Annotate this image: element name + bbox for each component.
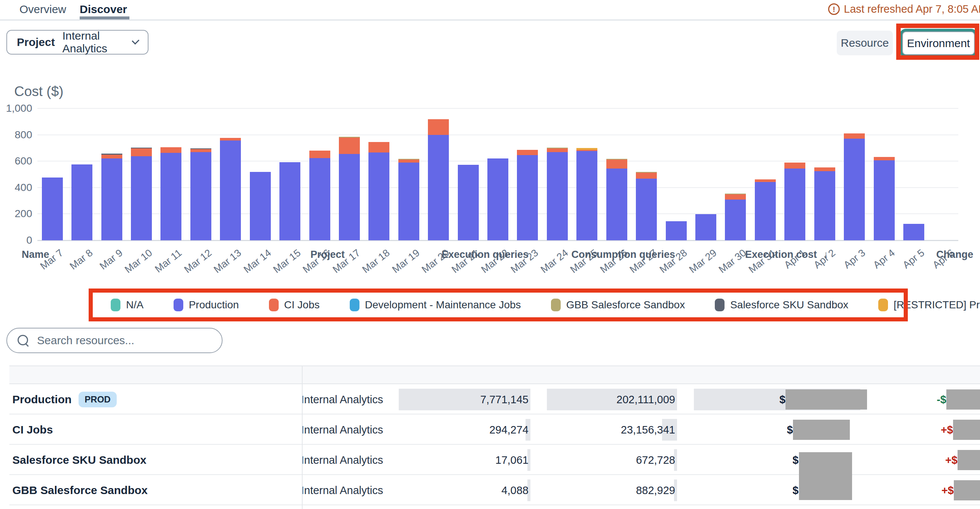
bar-segment (339, 154, 360, 240)
bar-segment (755, 182, 776, 240)
stacked-bar[interactable] (784, 163, 805, 240)
stacked-bar[interactable] (755, 179, 776, 240)
stacked-bar[interactable] (874, 157, 895, 240)
resource-name-cell[interactable]: GBB Salesforce Sandbox (12, 484, 148, 497)
project-select-label: Project (17, 36, 55, 49)
stacked-bar[interactable] (844, 133, 865, 240)
col-header-name[interactable]: Name (22, 249, 49, 260)
legend-label: Production (189, 299, 239, 311)
bar-slot: Mar 27 (632, 108, 661, 240)
resource-name-cell[interactable]: ProductionPROD (12, 392, 117, 408)
prod-badge: PROD (78, 392, 116, 408)
environment-toggle-button[interactable]: Environment (902, 32, 975, 55)
legend-item[interactable]: N/A (111, 299, 144, 311)
legend-item[interactable]: Production (173, 299, 239, 311)
stacked-bar[interactable] (190, 148, 212, 240)
col-header-change[interactable]: Change (936, 249, 973, 260)
bar-segment (101, 155, 123, 159)
legend-label: GBB Salesforce Sandbox (566, 299, 685, 311)
bar-slot: Mar 21 (453, 108, 483, 240)
stacked-bar[interactable] (428, 119, 449, 240)
redacted-value (947, 389, 980, 409)
stacked-bar[interactable] (368, 142, 390, 240)
col-header-execution-cost[interactable]: Execution cost ↓ (745, 249, 829, 260)
warning-icon: ! (828, 3, 840, 15)
tab-overview[interactable]: Overview (19, 3, 66, 16)
stacked-bar[interactable] (309, 151, 330, 240)
stacked-bar[interactable] (666, 221, 687, 240)
execution-queries-value: 4,088 (501, 484, 528, 496)
stacked-bar[interactable] (606, 159, 627, 240)
bar-segment (161, 147, 181, 153)
stacked-bar[interactable] (903, 224, 924, 240)
tab-discover[interactable]: Discover (80, 3, 127, 16)
resource-name-cell[interactable]: CI Jobs (12, 423, 53, 436)
bar-segment (250, 172, 271, 240)
execution-cost-prefix: $ (792, 484, 799, 496)
legend-item[interactable]: Development - Maintenance Jobs (350, 299, 521, 311)
stacked-bar[interactable] (131, 147, 152, 240)
x-tick-label: Apr 3 (841, 247, 867, 271)
change-prefix: +$ (945, 454, 958, 466)
chevron-down-icon (132, 37, 139, 44)
legend-label: CI Jobs (284, 299, 320, 311)
redacted-value (954, 480, 980, 500)
search-placeholder: Search resources... (37, 334, 134, 347)
consumption-queries-value: 672,728 (636, 454, 675, 466)
project-cell: Internal Analytics (301, 454, 383, 466)
stacked-bar[interactable] (72, 165, 92, 240)
project-cell: Internal Analytics (301, 423, 383, 436)
stacked-bar[interactable] (250, 172, 271, 240)
bar-segment (666, 221, 687, 240)
legend-item[interactable]: [RESTRICTED] Prod XL -- Full-Refresh job… (878, 299, 980, 311)
stacked-bar[interactable] (220, 138, 241, 240)
stacked-bar[interactable] (814, 167, 835, 240)
stacked-bar[interactable] (636, 172, 657, 240)
stacked-bar[interactable] (576, 148, 597, 240)
bar-segment (695, 214, 716, 240)
x-tick-label: Mar 8 (68, 247, 95, 272)
stacked-bar[interactable] (695, 214, 716, 240)
stacked-bar[interactable] (398, 159, 419, 240)
project-select-value: Internal Analytics (62, 30, 126, 55)
col-header-execution-queries[interactable]: Execution queries (441, 249, 528, 260)
stacked-bar[interactable] (517, 150, 538, 240)
bar-slot: Mar 7 (37, 108, 67, 240)
y-tick-label: 600 (0, 155, 32, 167)
stacked-bar[interactable] (42, 178, 63, 240)
active-tab-underline (80, 16, 129, 19)
y-tick-label: 800 (0, 129, 32, 141)
resource-toggle-button[interactable]: Resource (837, 31, 893, 55)
stacked-bar[interactable] (725, 193, 746, 240)
y-tick-label: 200 (0, 208, 32, 220)
legend-item[interactable]: CI Jobs (269, 299, 320, 311)
project-select[interactable]: Project Internal Analytics (6, 30, 148, 55)
stacked-bar[interactable] (339, 137, 360, 240)
x-tick-label: Mar 24 (539, 247, 570, 276)
resource-name-cell[interactable]: Salesforce SKU Sandbox (12, 454, 146, 466)
stacked-bar[interactable] (101, 154, 123, 240)
x-tick-label: Mar 19 (390, 247, 422, 276)
legend-label: [RESTRICTED] Prod XL -- Full-Refresh job… (894, 299, 980, 311)
stacked-bar[interactable] (547, 147, 568, 240)
stacked-bar[interactable] (161, 147, 181, 240)
chart-legend: N/AProductionCI JobsDevelopment - Mainte… (93, 293, 904, 317)
bar-segment (368, 142, 390, 152)
bar-segment (368, 152, 390, 240)
bar-slot: Mar 14 (245, 108, 275, 240)
stacked-bar[interactable] (458, 165, 479, 240)
legend-item[interactable]: GBB Salesforce Sandbox (551, 299, 685, 311)
stacked-bar[interactable] (279, 162, 301, 240)
col-header-consumption-queries[interactable]: Consumption queries (571, 249, 675, 260)
bar-segment (279, 162, 301, 240)
stacked-bar[interactable] (487, 159, 508, 240)
col-header-project[interactable]: Project (310, 249, 345, 260)
bar-segment (220, 141, 241, 240)
legend-swatch-icon (715, 299, 724, 311)
bar-segment (398, 160, 419, 163)
legend-item[interactable]: Salesforce SKU Sandbox (715, 299, 848, 311)
last-refreshed-status: ! Last refreshed Apr 7, 8:05 AM PDT (828, 3, 980, 15)
search-resources-input[interactable]: Search resources... (6, 328, 223, 353)
bar-segment (487, 159, 508, 240)
bar-segment (784, 163, 805, 168)
